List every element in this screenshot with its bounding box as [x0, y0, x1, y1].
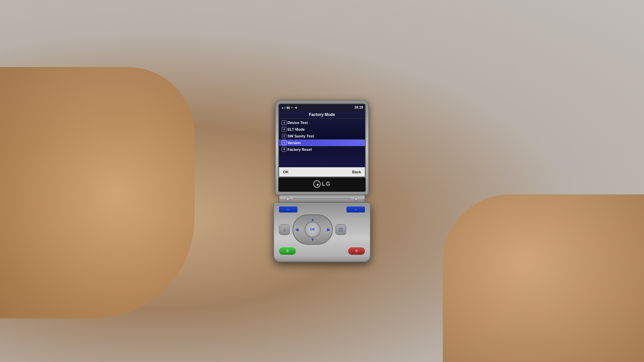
ok-center-button[interactable]: OK — [305, 222, 321, 238]
call-icon: ✆ — [286, 249, 289, 253]
signal-icon: ▲x — [281, 106, 285, 109]
screen-content: Factory Mode 1Device Test2ELT Mode3SW Sa… — [279, 111, 365, 177]
hand-right — [443, 194, 644, 362]
status-bar: ▲x ▮▮ ↩ ◀ 10:19 — [279, 104, 365, 111]
menu-item-number: 1 — [282, 120, 286, 125]
battery-icon: ▮▮ — [286, 106, 290, 109]
lg-circle-icon — [313, 180, 321, 188]
phone-screen: ▲x ▮▮ ↩ ◀ 10:19 Factory Mode 1Device Tes… — [278, 104, 366, 177]
right-arrow[interactable]: ▶ — [327, 227, 330, 232]
menu-item-number: 3 — [282, 134, 286, 138]
menu-item-2[interactable]: 2ELT Mode — [279, 126, 365, 133]
ok-button[interactable]: OK — [283, 170, 289, 174]
screen-bottom-bar: OK Back — [279, 167, 365, 177]
menu-item-4[interactable]: 4Version — [279, 139, 365, 146]
back-icon: ↩ — [291, 106, 293, 109]
hinge-dot-left — [286, 197, 289, 200]
call-row: ✆ ✆ — [279, 247, 365, 255]
camera-icon: ⊡ — [339, 227, 343, 232]
camera-button[interactable]: ⊡ — [335, 224, 346, 235]
menu-item-5[interactable]: 5Factory Reset — [279, 146, 365, 153]
status-icons: ▲x ▮▮ ↩ ◀ — [281, 106, 297, 109]
menu-item-number: 5 — [282, 147, 286, 152]
music-button[interactable]: ♪ — [279, 224, 290, 235]
left-softkey-label: — — [287, 208, 290, 211]
menu-item-label: ELT Mode — [287, 127, 305, 131]
softkey-row: — — — [279, 206, 365, 213]
menu-item-label: Factory Reset — [287, 147, 312, 152]
lg-logo: LG — [313, 180, 331, 188]
right-softkey-label: — — [355, 208, 357, 211]
menu-item-label: SW Sanity Test — [287, 134, 314, 138]
hinge-dot-right — [355, 197, 358, 200]
menu-item-number: 4 — [282, 140, 286, 145]
hand-left — [0, 67, 195, 318]
status-time: 10:19 — [354, 106, 363, 109]
down-arrow[interactable]: ▼ — [311, 237, 315, 242]
dpad[interactable]: ▲ ▼ ◀ ▶ OK — [292, 215, 333, 245]
left-arrow[interactable]: ◀ — [295, 227, 298, 232]
menu-item-3[interactable]: 3SW Sanity Test — [279, 133, 365, 139]
menu-list: 1Device Test2ELT Mode3SW Sanity Test4Ver… — [279, 119, 365, 167]
menu-item-label: Version — [287, 141, 301, 145]
music-icon: ♪ — [283, 227, 286, 232]
end-icon: ✆ — [355, 249, 358, 253]
hinge-center — [293, 197, 351, 200]
call-button[interactable]: ✆ — [279, 247, 296, 255]
right-softkey[interactable]: — — [346, 206, 365, 213]
nav-cluster: — — ♪ ▲ ▼ ◀ ▶ — [279, 206, 365, 255]
menu-item-number: 2 — [282, 127, 286, 132]
left-softkey[interactable]: — — [279, 206, 298, 213]
volume-icon: ◀ — [294, 106, 297, 109]
phone-hinge — [278, 195, 366, 202]
phone-top: ▲x ▮▮ ↩ ◀ 10:19 Factory Mode 1Device Tes… — [275, 100, 369, 195]
phone-logo-area: LG — [278, 177, 366, 192]
up-arrow[interactable]: ▲ — [311, 217, 315, 222]
back-button[interactable]: Back — [352, 170, 361, 174]
dpad-row: ♪ ▲ ▼ ◀ ▶ OK ⊡ — [279, 215, 365, 245]
ok-center-label: OK — [310, 228, 315, 231]
end-button[interactable]: ✆ — [348, 247, 365, 255]
menu-item-label: Device Test — [287, 121, 308, 125]
lg-text: LG — [322, 181, 331, 187]
phone-bottom: — — ♪ ▲ ▼ ◀ ▶ — [273, 202, 371, 262]
menu-item-1[interactable]: 1Device Test — [279, 119, 365, 126]
phone-container: ▲x ▮▮ ↩ ◀ 10:19 Factory Mode 1Device Tes… — [273, 100, 371, 262]
screen-title: Factory Mode — [279, 111, 365, 119]
